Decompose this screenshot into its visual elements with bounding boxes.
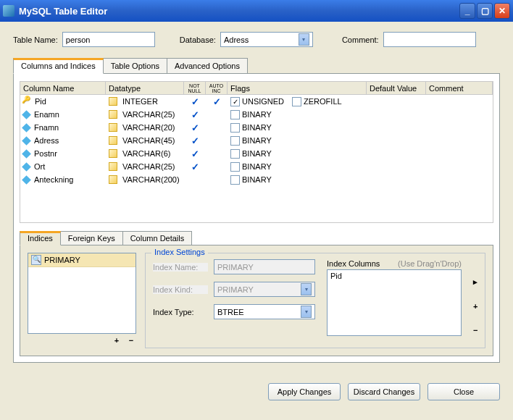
comment-label: Comment: xyxy=(342,35,379,44)
index-column-item[interactable]: Pid xyxy=(330,272,458,280)
close-button[interactable]: ✕ xyxy=(494,3,510,19)
database-label: Database: xyxy=(180,35,216,44)
column-icon xyxy=(22,110,31,119)
index-columns-list[interactable]: Pid xyxy=(327,269,462,336)
index-type-select[interactable]: BTREE ▾ xyxy=(214,304,315,319)
column-icon xyxy=(22,162,31,172)
table-row[interactable]: OrtVARCHAR(25)✓BINARY xyxy=(20,160,493,173)
notnull-check-icon[interactable]: ✓ xyxy=(187,148,203,159)
table-row[interactable]: EnamnVARCHAR(25)✓BINARY xyxy=(20,108,493,121)
tab-advanced-options[interactable]: Advanced Options xyxy=(167,58,248,74)
notnull-check-icon[interactable]: ✓ xyxy=(187,122,203,133)
indices-panel: 🔍 PRIMARY + − Index Settings Index Name: xyxy=(20,245,493,356)
datatype-value: VARCHAR(20) xyxy=(122,123,175,132)
flag-checkbox[interactable]: ✓ xyxy=(230,97,240,106)
columns-table: Column Name Datatype NOT NULL AUTO INC F… xyxy=(20,81,493,223)
flag-checkbox[interactable] xyxy=(230,136,240,146)
notnull-check-icon[interactable]: ✓ xyxy=(187,135,203,146)
columns-header-row: Column Name Datatype NOT NULL AUTO INC F… xyxy=(20,82,493,95)
column-name: Ort xyxy=(34,162,45,171)
th-flags[interactable]: Flags xyxy=(228,82,367,94)
dropdown-arrow-icon: ▾ xyxy=(299,33,309,46)
index-item[interactable]: 🔍 PRIMARY xyxy=(28,253,135,267)
th-column-name[interactable]: Column Name xyxy=(20,82,106,94)
flag-checkbox[interactable] xyxy=(230,175,240,185)
flag-checkbox[interactable] xyxy=(292,97,301,106)
footer: Apply Changes Discard Changes Close xyxy=(0,373,513,411)
datatype-icon xyxy=(109,136,117,145)
remove-col-button[interactable]: − xyxy=(473,326,477,335)
titlebar: MySQL Table Editor _ ▢ ✕ xyxy=(0,0,513,22)
autoinc-check-icon[interactable]: ✓ xyxy=(209,96,225,107)
comment-input[interactable] xyxy=(383,32,476,47)
datatype-icon xyxy=(109,149,117,158)
flag-label: UNSIGNED xyxy=(242,97,284,106)
table-row[interactable]: AnteckningVARCHAR(200)BINARY xyxy=(20,173,493,186)
close-window-button[interactable]: Close xyxy=(428,383,500,400)
column-name: Anteckning xyxy=(34,175,73,184)
table-row[interactable]: PostnrVARCHAR(6)✓BINARY xyxy=(20,147,493,160)
flag-label: ZEROFILL xyxy=(304,97,342,106)
index-item-label: PRIMARY xyxy=(44,256,80,264)
flag-label: BINARY xyxy=(242,123,272,132)
table-name-input[interactable] xyxy=(62,32,155,47)
maximize-button[interactable]: ▢ xyxy=(477,3,493,19)
datatype-value: VARCHAR(45) xyxy=(122,136,175,145)
add-index-button[interactable]: + xyxy=(112,336,122,345)
table-name-label: Table Name: xyxy=(13,35,58,44)
th-autoinc[interactable]: AUTO INC xyxy=(206,82,228,94)
index-columns-hint: (Use Drag'n'Drop) xyxy=(398,259,462,268)
fieldset-legend: Index Settings xyxy=(151,248,208,256)
index-list[interactable]: 🔍 PRIMARY xyxy=(28,253,136,334)
th-notnull[interactable]: NOT NULL xyxy=(184,82,206,94)
column-name: Postnr xyxy=(34,149,57,158)
flag-checkbox[interactable] xyxy=(230,110,240,119)
index-columns-label: Index Columns xyxy=(327,259,380,268)
datatype-value: VARCHAR(25) xyxy=(122,162,175,171)
flag-label: BINARY xyxy=(242,149,272,158)
flag-checkbox[interactable] xyxy=(230,123,240,133)
database-value: Adress xyxy=(224,35,249,44)
column-icon xyxy=(22,136,31,146)
table-row[interactable]: PidINTEGER✓✓✓UNSIGNEDZEROFILL xyxy=(20,95,493,108)
datatype-icon xyxy=(109,110,117,119)
notnull-check-icon[interactable]: ✓ xyxy=(187,96,203,107)
table-row[interactable]: FnamnVARCHAR(20)✓BINARY xyxy=(20,121,493,134)
apply-changes-button[interactable]: Apply Changes xyxy=(268,383,341,400)
sub-tab-foreign-keys[interactable]: Foreign Keys xyxy=(61,231,123,245)
column-name: Enamn xyxy=(34,110,59,119)
dropdown-arrow-icon: ▾ xyxy=(301,306,312,318)
discard-changes-button[interactable]: Discard Changes xyxy=(348,383,420,400)
table-row[interactable]: AdressVARCHAR(45)✓BINARY xyxy=(20,134,493,147)
flag-label: BINARY xyxy=(242,110,272,119)
datatype-value: VARCHAR(25) xyxy=(122,110,175,119)
datatype-icon xyxy=(109,162,117,171)
tab-columns-and-indices[interactable]: Columns and Indices xyxy=(13,58,104,74)
flag-label: BINARY xyxy=(242,136,272,145)
flag-checkbox[interactable] xyxy=(230,162,240,172)
datatype-icon xyxy=(109,123,117,132)
remove-index-button[interactable]: − xyxy=(126,336,136,345)
flag-checkbox[interactable] xyxy=(230,149,240,159)
sub-tab-indices[interactable]: Indices xyxy=(20,231,61,245)
move-up-button[interactable]: ▸ xyxy=(473,277,477,287)
index-kind-select: PRIMARY ▾ xyxy=(214,282,315,297)
notnull-check-icon[interactable]: ✓ xyxy=(187,109,203,120)
flag-label: BINARY xyxy=(242,175,272,184)
window-title: MySQL Table Editor xyxy=(19,6,459,17)
index-type-label: Index Type: xyxy=(153,308,208,316)
th-default[interactable]: Default Value xyxy=(367,82,426,94)
index-type-value: BTREE xyxy=(217,308,244,316)
index-kind-value: PRIMARY xyxy=(217,285,254,294)
columns-panel: Column Name Datatype NOT NULL AUTO INC F… xyxy=(13,73,500,363)
sub-tab-column-details[interactable]: Column Details xyxy=(123,231,193,245)
add-col-button[interactable]: + xyxy=(473,302,477,311)
th-datatype[interactable]: Datatype xyxy=(106,82,184,94)
datatype-value: VARCHAR(6) xyxy=(122,149,170,158)
database-select[interactable]: Adress ▾ xyxy=(220,32,313,47)
th-comment[interactable]: Comment xyxy=(426,82,493,94)
minimize-button[interactable]: _ xyxy=(459,3,475,19)
index-name-input xyxy=(214,259,315,274)
notnull-check-icon[interactable]: ✓ xyxy=(187,161,203,172)
tab-table-options[interactable]: Table Options xyxy=(104,58,167,74)
